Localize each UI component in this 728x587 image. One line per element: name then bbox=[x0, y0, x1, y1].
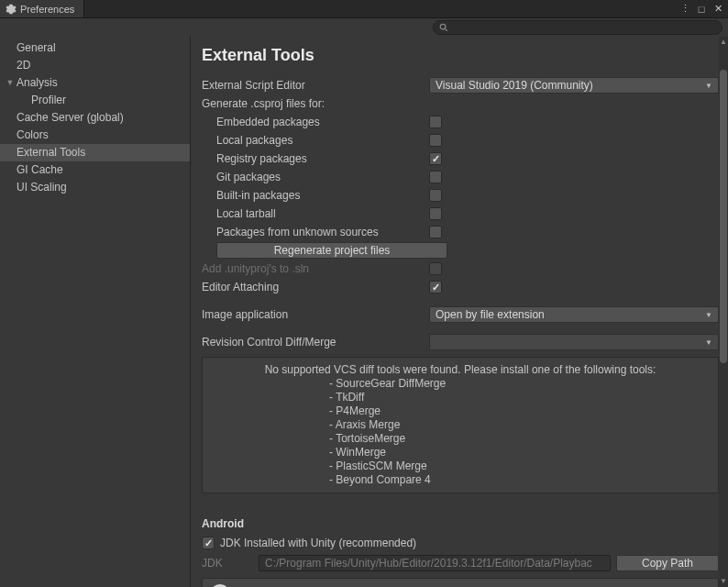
label-builtin-packages: Built-in packages bbox=[202, 189, 429, 202]
regenerate-button[interactable]: Regenerate project files bbox=[216, 242, 447, 259]
vcs-tool: - Beyond Compare 4 bbox=[212, 473, 709, 487]
maximize-icon[interactable]: □ bbox=[695, 4, 708, 15]
vcs-message: No supported VCS diff tools were found. … bbox=[212, 363, 709, 377]
label-editor-attaching: Editor Attaching bbox=[202, 281, 429, 294]
gear-icon bbox=[6, 4, 17, 15]
checkbox-git-packages[interactable] bbox=[429, 171, 442, 183]
chevron-down-icon: ▼ bbox=[705, 311, 712, 319]
tab-preferences[interactable]: Preferences bbox=[0, 0, 84, 17]
sidebar-item-ui-scaling[interactable]: UI Scaling bbox=[0, 179, 190, 196]
jdk-info-box: ! JDK installed with Unity is based on O… bbox=[202, 578, 719, 587]
search-icon bbox=[439, 23, 448, 32]
android-heading: Android bbox=[202, 512, 719, 534]
label-external-script-editor: External Script Editor bbox=[202, 79, 429, 92]
checkbox-editor-attaching[interactable] bbox=[429, 281, 442, 294]
chevron-down-icon: ▼ bbox=[705, 338, 712, 347]
scroll-thumb[interactable] bbox=[720, 70, 727, 363]
scroll-up-icon[interactable]: ▲ bbox=[719, 37, 728, 48]
vcs-info-box: No supported VCS diff tools were found. … bbox=[202, 357, 719, 493]
checkbox-embedded-packages[interactable] bbox=[429, 116, 442, 128]
checkbox-add-unityproj bbox=[429, 262, 442, 275]
checkbox-builtin-packages[interactable] bbox=[429, 189, 442, 202]
sidebar: General 2D ▼Analysis Profiler Cache Serv… bbox=[0, 37, 191, 587]
label-revision-control: Revision Control Diff/Merge bbox=[202, 336, 429, 349]
label-local-tarball: Local tarball bbox=[202, 207, 429, 220]
tab-bar: Preferences ⋮ □ ✕ bbox=[0, 0, 728, 18]
label-registry-packages: Registry packages bbox=[202, 152, 429, 165]
sidebar-item-external-tools[interactable]: External Tools bbox=[0, 144, 190, 161]
vcs-tool: - SourceGear DiffMerge bbox=[212, 377, 709, 391]
label-generate-csproj: Generate .csproj files for: bbox=[202, 97, 429, 110]
scroll-down-icon[interactable]: ▼ bbox=[719, 576, 728, 587]
label-jdk-installed: JDK Installed with Unity (recommended) bbox=[220, 537, 416, 549]
label-add-unityproj: Add .unityproj's to .sln bbox=[202, 262, 429, 275]
checkbox-registry-packages[interactable] bbox=[429, 152, 442, 165]
label-local-packages: Local packages bbox=[202, 134, 429, 147]
vcs-tool: - TkDiff bbox=[212, 391, 709, 404]
search-row bbox=[0, 18, 728, 37]
checkbox-unknown-sources[interactable] bbox=[429, 226, 442, 238]
menu-icon[interactable]: ⋮ bbox=[678, 3, 691, 15]
sidebar-item-colors[interactable]: Colors bbox=[0, 127, 190, 144]
checkbox-jdk-installed[interactable] bbox=[202, 537, 215, 549]
label-jdk: JDK bbox=[202, 557, 253, 570]
jdk-path-field: C:/Program Files/Unity/Hub/Editor/2019.3… bbox=[259, 555, 611, 571]
sidebar-item-cache-server[interactable]: Cache Server (global) bbox=[0, 109, 190, 127]
copy-path-button[interactable]: Copy Path bbox=[616, 555, 719, 571]
search-input[interactable] bbox=[452, 22, 716, 33]
vcs-tool: - WinMerge bbox=[212, 446, 709, 460]
dropdown-image-application[interactable]: Open by file extension▼ bbox=[429, 306, 719, 323]
page-title: External Tools bbox=[202, 37, 719, 76]
dropdown-revision-control[interactable]: ▼ bbox=[429, 334, 719, 350]
chevron-down-icon: ▼ bbox=[6, 76, 15, 90]
label-image-application: Image application bbox=[202, 308, 429, 321]
sidebar-item-analysis[interactable]: ▼Analysis bbox=[0, 74, 190, 92]
label-git-packages: Git packages bbox=[202, 171, 429, 183]
vcs-tool: - Araxis Merge bbox=[212, 418, 709, 432]
svg-point-0 bbox=[440, 24, 446, 29]
vcs-tool: - TortoiseMerge bbox=[212, 432, 709, 446]
checkbox-local-packages[interactable] bbox=[429, 134, 442, 147]
window-controls: ⋮ □ ✕ bbox=[675, 0, 728, 17]
dropdown-external-script-editor[interactable]: Visual Studio 2019 (Community) ▼ bbox=[429, 77, 719, 94]
scrollbar[interactable]: ▲ ▼ bbox=[719, 37, 728, 587]
vcs-tool: - PlasticSCM Merge bbox=[212, 460, 709, 473]
sidebar-item-general[interactable]: General bbox=[0, 39, 190, 57]
search-box[interactable] bbox=[433, 20, 722, 35]
sidebar-item-2d[interactable]: 2D bbox=[0, 57, 190, 74]
close-icon[interactable]: ✕ bbox=[711, 3, 724, 15]
sidebar-item-profiler[interactable]: Profiler bbox=[0, 92, 190, 109]
chevron-down-icon: ▼ bbox=[705, 82, 712, 90]
vcs-tool: - P4Merge bbox=[212, 404, 709, 418]
main-panel: External Tools External Script Editor Vi… bbox=[191, 37, 728, 587]
checkbox-local-tarball[interactable] bbox=[429, 207, 442, 220]
label-unknown-sources: Packages from unknown sources bbox=[202, 226, 429, 238]
svg-line-1 bbox=[445, 28, 447, 31]
tab-label: Preferences bbox=[20, 4, 74, 15]
sidebar-item-gi-cache[interactable]: GI Cache bbox=[0, 161, 190, 179]
label-embedded-packages: Embedded packages bbox=[202, 116, 429, 128]
